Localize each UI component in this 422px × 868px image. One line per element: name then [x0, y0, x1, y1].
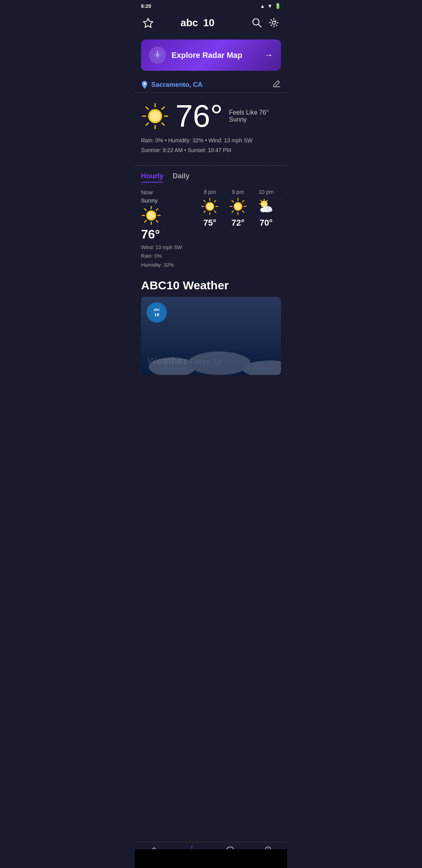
feels-like: Feels Like 76° — [229, 109, 269, 116]
hour-card-1: 9 pm 72° — [224, 189, 252, 269]
status-icons: ▲ ▼ 🔋 — [260, 3, 281, 9]
svg-text:10: 10 — [154, 312, 159, 317]
hour-card-0: 8 pm 75° — [196, 189, 224, 269]
now-card: Now Sunny 76° Wind: 13 mph SW Rain: 0% H… — [141, 189, 196, 269]
svg-point-29 — [147, 212, 155, 219]
signal-icon: ▲ — [260, 3, 265, 9]
svg-point-39 — [207, 203, 213, 210]
svg-text:abc: abc — [181, 17, 198, 29]
wind-label: Wind: 13 mph SW — [208, 137, 252, 143]
status-bar: 6:20 ▲ ▼ 🔋 — [135, 0, 287, 12]
hour-time-3: 11 pm — [287, 189, 287, 195]
radar-arrow-icon: → — [265, 50, 273, 60]
current-temperature: 76° — [175, 100, 223, 132]
svg-text:10: 10 — [203, 17, 215, 29]
hour-time-1: 9 pm — [232, 189, 244, 195]
cloud-decoration — [141, 344, 281, 375]
now-temp: 76° — [141, 227, 188, 242]
svg-line-47 — [232, 211, 234, 213]
tab-hourly[interactable]: Hourly — [141, 172, 163, 183]
app-logo: abc 10 — [179, 15, 226, 30]
app-header: abc 10 — [135, 12, 287, 36]
hour-card-2: 10 pm 70° — [252, 189, 280, 269]
wifi-icon: ▼ — [267, 3, 272, 9]
hour-card-3: 11 pm 64° — [280, 189, 287, 269]
svg-line-53 — [266, 200, 268, 201]
radar-icon — [149, 47, 166, 64]
svg-line-24 — [145, 209, 146, 210]
radar-banner[interactable]: Explore Radar Map → — [141, 39, 281, 71]
hour-icon-2 — [257, 197, 275, 215]
svg-line-16 — [162, 107, 165, 109]
location-pin-icon — [141, 81, 148, 89]
svg-line-27 — [145, 221, 146, 222]
svg-text:abc: abc — [154, 307, 160, 312]
hour-time-2: 10 pm — [259, 189, 274, 195]
svg-line-44 — [232, 201, 234, 202]
hour-temp-2: 70° — [259, 218, 272, 228]
svg-point-55 — [261, 201, 267, 207]
svg-line-26 — [156, 209, 158, 210]
svg-line-15 — [162, 123, 165, 126]
video-thumbnail[interactable]: abc 10 Weather Force 10 — [141, 297, 281, 375]
weather-details: Rain: 0% • Humidity: 32% • Wind: 13 mph … — [141, 136, 281, 155]
hourly-forecast: Now Sunny 76° Wind: 13 mph SW Rain: 0% H… — [135, 189, 287, 269]
now-details: Wind: 13 mph SW Rain: 0% Humidity: 32% — [141, 243, 188, 269]
svg-point-49 — [235, 203, 241, 210]
forecast-tabs: Hourly Daily — [135, 172, 287, 183]
status-time: 6:20 — [141, 3, 151, 9]
current-weather-section: 76° Feels Like 76° Sunny Rain: 0% • Humi… — [135, 93, 287, 159]
svg-point-57 — [260, 208, 266, 212]
hour-icon-0 — [201, 197, 219, 215]
now-condition: Sunny — [141, 197, 188, 204]
location-row: Sacramento, CA — [135, 74, 287, 93]
humidity-label: Humidity: 32% — [168, 137, 204, 143]
rain-label: Rain: 0% — [141, 137, 163, 143]
svg-point-58 — [267, 208, 272, 212]
svg-line-25 — [156, 221, 158, 222]
now-label: Now — [141, 189, 188, 195]
svg-line-45 — [242, 211, 244, 213]
location-edit-button[interactable] — [272, 79, 281, 90]
svg-line-14 — [146, 107, 148, 109]
hour-time-0: 8 pm — [204, 189, 216, 195]
svg-line-4 — [258, 24, 261, 27]
svg-point-9 — [144, 82, 146, 84]
weather-icon-big — [141, 102, 169, 130]
sunset-label: Sunset: 10:47 PM — [188, 147, 231, 153]
svg-line-52 — [261, 200, 262, 201]
now-weather-icon — [141, 205, 161, 226]
hour-temp-0: 75° — [203, 218, 216, 228]
svg-point-65 — [149, 357, 196, 375]
hour-icon-3 — [285, 197, 287, 215]
favorite-button[interactable] — [141, 16, 155, 30]
tab-daily[interactable]: Daily — [173, 172, 190, 183]
settings-button[interactable] — [267, 16, 281, 30]
abc10-logo-thumb: abc 10 — [147, 302, 167, 323]
svg-line-35 — [214, 211, 216, 213]
hour-temp-1: 72° — [231, 218, 244, 228]
svg-line-46 — [242, 201, 244, 202]
svg-line-37 — [204, 211, 206, 213]
radar-title: Explore Radar Map — [172, 51, 242, 60]
svg-point-19 — [150, 111, 161, 122]
location-name: Sacramento, CA — [151, 81, 202, 89]
svg-marker-0 — [143, 18, 153, 27]
weather-condition: Sunny — [229, 116, 269, 123]
sunrise-label: Sunrise: 9:22 AM — [141, 147, 183, 153]
svg-point-66 — [188, 352, 250, 375]
system-nav-bar — [135, 849, 287, 868]
svg-line-34 — [204, 201, 206, 202]
svg-line-36 — [214, 201, 216, 202]
hour-icon-1 — [229, 197, 247, 215]
search-button[interactable] — [250, 16, 264, 30]
svg-line-17 — [146, 123, 148, 126]
section-title: ABC10 Weather — [135, 269, 287, 297]
battery-icon: 🔋 — [275, 3, 281, 9]
